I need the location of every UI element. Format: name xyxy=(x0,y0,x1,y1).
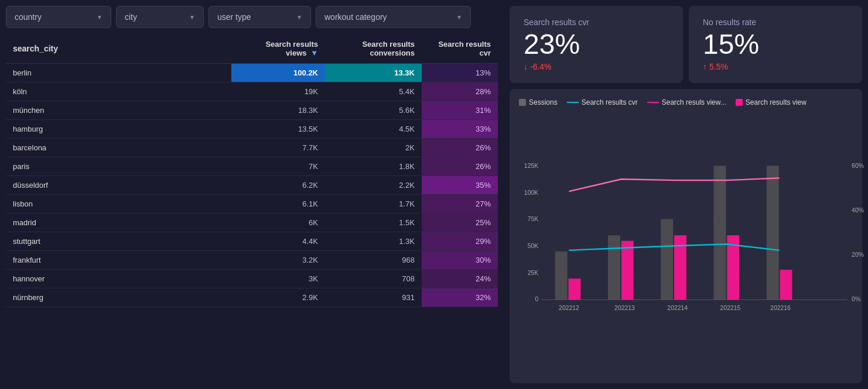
cell-views: 2.9K xyxy=(231,288,325,307)
cell-city: madrid xyxy=(6,214,231,232)
svg-text:50K: 50K xyxy=(528,243,539,249)
cell-city: düsseldorf xyxy=(6,176,231,195)
svg-text:202214: 202214 xyxy=(667,305,688,311)
cell-cvr: 24% xyxy=(422,270,498,288)
cell-cvr: 33% xyxy=(422,120,498,139)
cell-cvr: 26% xyxy=(422,157,498,176)
cell-views: 3K xyxy=(231,270,325,288)
kpi-noresults-change: ↑ 5.5% xyxy=(703,62,848,71)
legend-views-bar-icon xyxy=(736,99,743,106)
legend-cvr-label: Search results cvr xyxy=(582,98,638,106)
cell-city: köln xyxy=(6,82,231,101)
data-table-container: search_city Search resultsviews ▼ Search… xyxy=(6,34,498,383)
chevron-down-icon: ▼ xyxy=(296,14,302,20)
cell-conversions: 4.5K xyxy=(325,120,422,139)
cell-views: 7K xyxy=(231,157,325,176)
bar-views-202213 xyxy=(621,241,634,300)
table-row: düsseldorf6.2K2.2K35% xyxy=(6,176,498,195)
bar-sessions-202212 xyxy=(555,252,568,300)
bar-sessions-202216 xyxy=(767,166,779,300)
cell-cvr: 26% xyxy=(422,139,498,157)
cell-views: 6.1K xyxy=(231,195,325,214)
col-header-city: search_city xyxy=(6,34,231,64)
cell-conversions: 2K xyxy=(325,139,422,157)
legend-views-line: Search resuls view... xyxy=(647,98,726,106)
cell-city: münchen xyxy=(6,101,231,120)
svg-text:202212: 202212 xyxy=(559,305,579,311)
legend-cvr: Search results cvr xyxy=(567,98,638,106)
col-header-views[interactable]: Search resultsviews ▼ xyxy=(231,34,325,64)
legend-cvr-icon xyxy=(567,102,579,103)
svg-text:75K: 75K xyxy=(528,216,539,222)
filters-row: country ▼ city ▼ user type ▼ workout cat… xyxy=(6,6,498,28)
cell-cvr: 28% xyxy=(422,82,498,101)
col-header-cvr[interactable]: Search resultscvr xyxy=(422,34,498,64)
line-views xyxy=(569,178,780,191)
legend-sessions: Sessions xyxy=(519,98,558,106)
country-filter[interactable]: country ▼ xyxy=(6,6,111,28)
table-row: berlin100.2K13.3K13% xyxy=(6,64,498,82)
cell-views: 3.2K xyxy=(231,251,325,270)
kpi-cvr-change: ↓ -6.4% xyxy=(524,62,669,71)
cell-city: barcelona xyxy=(6,139,231,157)
city-filter-label: city xyxy=(125,12,137,22)
svg-text:20%: 20% xyxy=(852,252,864,258)
kpi-row: Search results cvr 23% ↓ -6.4% No result… xyxy=(510,6,862,83)
sort-arrow-icon: ▼ xyxy=(310,49,318,57)
svg-text:202213: 202213 xyxy=(614,305,635,311)
cell-conversions: 13.3K xyxy=(325,64,422,82)
kpi-cvr-label: Search results cvr xyxy=(524,18,669,27)
svg-text:40%: 40% xyxy=(852,207,864,214)
chevron-down-icon: ▼ xyxy=(97,14,102,20)
usertype-filter-label: user type xyxy=(217,12,251,22)
kpi-cvr-change-value: -6.4% xyxy=(530,62,552,71)
usertype-filter[interactable]: user type ▼ xyxy=(209,6,311,28)
table-row: nürnberg2.9K93132% xyxy=(6,288,498,307)
workout-filter[interactable]: workout category ▼ xyxy=(316,6,471,28)
cell-city: berlin xyxy=(6,64,231,82)
cell-views: 6K xyxy=(231,214,325,232)
cell-city: paris xyxy=(6,157,231,176)
arrow-up-icon: ↑ xyxy=(703,62,707,71)
cell-city: lisbon xyxy=(6,195,231,214)
arrow-down-icon: ↓ xyxy=(524,62,528,71)
col-header-conversions[interactable]: Search resultsconversions xyxy=(325,34,422,64)
svg-text:0%: 0% xyxy=(852,296,860,302)
chart-legend: Sessions Search results cvr Search resul… xyxy=(519,98,853,106)
cell-views: 7.7K xyxy=(231,139,325,157)
table-row: barcelona7.7K2K26% xyxy=(6,139,498,157)
cell-cvr: 29% xyxy=(422,232,498,251)
cell-views: 6.2K xyxy=(231,176,325,195)
cell-views: 100.2K xyxy=(231,64,325,82)
chart-area: 125K 100K 75K 50K 25K 0 60% 40% 20% 0% xyxy=(519,112,853,374)
search-city-table: search_city Search resultsviews ▼ Search… xyxy=(6,34,498,307)
cell-conversions: 5.4K xyxy=(325,82,422,101)
svg-text:60%: 60% xyxy=(852,163,864,169)
table-row: köln19K5.4K28% xyxy=(6,82,498,101)
table-row: münchen18.3K5.6K31% xyxy=(6,101,498,120)
city-filter[interactable]: city ▼ xyxy=(116,6,204,28)
left-panel: country ▼ city ▼ user type ▼ workout cat… xyxy=(0,0,504,389)
svg-text:25K: 25K xyxy=(528,270,539,276)
kpi-noresults-value: 15% xyxy=(703,30,848,58)
cell-city: hamburg xyxy=(6,120,231,139)
right-panel: Search results cvr 23% ↓ -6.4% No result… xyxy=(504,0,868,389)
svg-text:100K: 100K xyxy=(524,190,538,196)
table-row: paris7K1.8K26% xyxy=(6,157,498,176)
cell-cvr: 27% xyxy=(422,195,498,214)
svg-text:202216: 202216 xyxy=(770,305,791,311)
chevron-down-icon: ▼ xyxy=(456,14,462,20)
svg-text:0: 0 xyxy=(535,296,538,302)
cell-conversions: 1.3K xyxy=(325,232,422,251)
table-row: madrid6K1.5K25% xyxy=(6,214,498,232)
cell-cvr: 31% xyxy=(422,101,498,120)
legend-views-line-label: Search resuls view... xyxy=(662,98,726,106)
cell-conversions: 2.2K xyxy=(325,176,422,195)
bar-sessions-202214 xyxy=(661,219,673,300)
cell-cvr: 13% xyxy=(422,64,498,82)
cell-conversions: 708 xyxy=(325,270,422,288)
cell-city: nürnberg xyxy=(6,288,231,307)
country-filter-label: country xyxy=(15,12,42,22)
legend-views-bar-label: Search results view xyxy=(746,98,807,106)
cell-cvr: 25% xyxy=(422,214,498,232)
